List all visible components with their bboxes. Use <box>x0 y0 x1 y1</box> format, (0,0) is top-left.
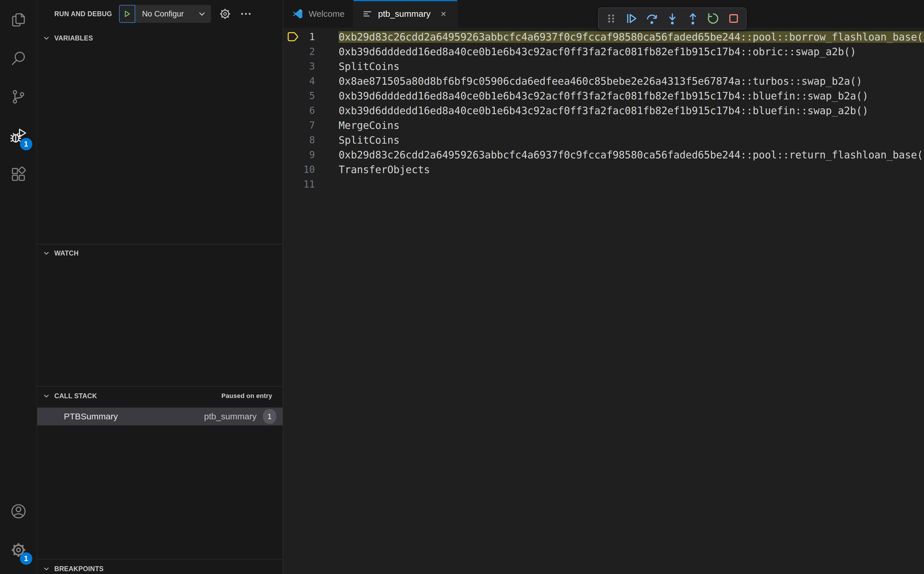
watch-section-header[interactable]: WATCH <box>37 245 283 261</box>
step-over-icon <box>645 12 658 25</box>
run-and-debug-sidebar: RUN AND DEBUG No Configur <box>37 0 283 574</box>
code-text: 0xb39d6dddedd16ed8a40ce0b1e6b43c92acf0ff… <box>338 46 924 58</box>
continue-icon <box>625 12 638 25</box>
step-into-icon <box>666 12 679 25</box>
debug-configuration-dropdown[interactable]: No Configur <box>135 5 211 23</box>
line-number: 7 <box>283 120 315 131</box>
search-icon <box>10 50 27 66</box>
chevron-down-icon <box>198 10 206 17</box>
activity-bar: 1 <box>0 0 37 574</box>
code-line[interactable]: 2 0xb39d6dddedd16ed8a40ce0b1e6b43c92acf0… <box>283 44 924 59</box>
code-text: SplitCoins <box>338 61 924 72</box>
debug-settings-button[interactable] <box>219 7 232 20</box>
current-frame-arrow-icon <box>287 31 300 43</box>
settings-badge: 1 <box>20 552 32 565</box>
line-number: 4 <box>283 76 315 87</box>
variables-section-header[interactable]: VARIABLES <box>37 30 283 46</box>
section-divider <box>37 386 283 387</box>
chevron-down-icon <box>43 35 50 42</box>
chevron-down-icon <box>43 566 50 572</box>
code-text: SplitCoins <box>338 134 924 146</box>
account-icon <box>10 503 27 519</box>
code-text: 0xb39d6dddedd16ed8a40ce0b1e6b43c92acf0ff… <box>338 105 924 117</box>
activity-item-search[interactable] <box>0 39 37 77</box>
activity-item-accounts[interactable] <box>0 492 37 531</box>
tab-label: ptb_summary <box>378 9 431 19</box>
restart-icon <box>707 12 720 25</box>
activity-item-run-and-debug[interactable]: 1 <box>0 116 37 155</box>
stop-button[interactable] <box>726 10 742 27</box>
continue-button[interactable] <box>623 10 640 27</box>
breakpoints-section-header[interactable]: BREAKPOINTS <box>37 561 283 574</box>
stop-icon <box>727 12 740 25</box>
line-number: 3 <box>283 61 315 72</box>
call-stack-frame-badge: 1 <box>263 409 276 424</box>
call-stack-frame-source: ptb_summary <box>204 412 257 421</box>
sidebar-title: RUN AND DEBUG <box>54 10 112 18</box>
code-text: 0xb29d83c26cdd2a64959263abbcfc4a6937f0c9… <box>338 149 924 161</box>
chevron-down-icon <box>43 250 50 257</box>
code-text: TransferObjects <box>338 164 924 175</box>
line-number: 2 <box>283 46 315 57</box>
step-over-button[interactable] <box>644 10 660 27</box>
call-stack-section-label: CALL STACK <box>54 392 97 400</box>
debug-launch-control: No Configur <box>119 5 211 23</box>
editor-group: Welcome ptb_summary <box>283 0 924 574</box>
tab-label: Welcome <box>309 9 345 19</box>
activity-item-settings[interactable]: 1 <box>0 531 37 569</box>
line-number: 8 <box>283 134 315 146</box>
code-line[interactable]: 11 <box>283 177 924 192</box>
gear-icon <box>219 8 231 20</box>
call-stack-section-header[interactable]: CALL STACK Paused on entry <box>37 388 283 404</box>
code-line[interactable]: 10 TransferObjects <box>283 162 924 177</box>
step-into-button[interactable] <box>664 10 680 27</box>
debug-configuration-value: No Configur <box>142 9 184 19</box>
line-number: 10 <box>283 164 315 175</box>
call-stack-frame-row[interactable]: PTBSummary ptb_summary 1 <box>37 407 283 426</box>
line-number: 11 <box>283 179 315 190</box>
code-line[interactable]: 3 SplitCoins <box>283 59 924 74</box>
code-line[interactable]: 4 0x8ae871505a80d8bf6bf9c05906cda6edfeea… <box>283 74 924 88</box>
line-number: 9 <box>283 149 315 161</box>
tab-ptb-summary[interactable]: ptb_summary <box>354 0 458 28</box>
step-out-button[interactable] <box>685 10 701 27</box>
breakpoints-section-label: BREAKPOINTS <box>54 565 104 573</box>
code-editor[interactable]: 1 0xb29d83c26cdd2a64959263abbcfc4a6937f0… <box>283 28 924 192</box>
debug-badge: 1 <box>20 138 32 150</box>
watch-section-label: WATCH <box>54 249 79 257</box>
code-line[interactable]: 8 SplitCoins <box>283 132 924 147</box>
play-icon <box>123 9 131 18</box>
extensions-icon <box>10 166 27 182</box>
activity-item-explorer[interactable] <box>0 0 37 39</box>
grip-dots-icon <box>604 12 618 25</box>
tab-welcome[interactable]: Welcome <box>283 0 354 28</box>
start-debugging-button[interactable] <box>119 5 135 23</box>
activity-item-extensions[interactable] <box>0 155 37 194</box>
code-line[interactable]: 1 0xb29d83c26cdd2a64959263abbcfc4a6937f0… <box>283 30 924 44</box>
section-divider <box>37 244 283 244</box>
call-stack-status: Paused on entry <box>221 392 272 400</box>
ellipsis-icon <box>240 8 252 20</box>
views-more-actions-button[interactable] <box>239 7 252 20</box>
activity-item-source-control[interactable] <box>0 77 37 116</box>
code-text: 0xb29d83c26cdd2a64959263abbcfc4a6937f0c9… <box>338 31 924 43</box>
line-number: 5 <box>283 90 315 101</box>
activity-bar-top: 1 <box>0 0 37 194</box>
source-control-icon <box>10 89 27 105</box>
variables-section-label: VARIABLES <box>54 35 93 42</box>
restart-button[interactable] <box>705 10 721 27</box>
code-line[interactable]: 7 MergeCoins <box>283 118 924 132</box>
debug-toolbar <box>598 8 746 30</box>
code-text: 0xb39d6dddedd16ed8a40ce0b1e6b43c92acf0ff… <box>338 90 924 102</box>
step-out-icon <box>686 12 699 25</box>
code-line[interactable]: 6 0xb39d6dddedd16ed8a40ce0b1e6b43c92acf0… <box>283 103 924 118</box>
close-icon[interactable] <box>439 9 449 19</box>
activity-bar-bottom: 1 <box>0 492 37 574</box>
code-line[interactable]: 9 0xb29d83c26cdd2a64959263abbcfc4a6937f0… <box>283 147 924 162</box>
chevron-down-icon <box>43 393 50 399</box>
call-stack-frame-name: PTBSummary <box>64 412 118 421</box>
sidebar-header: RUN AND DEBUG No Configur <box>37 0 283 28</box>
code-text: MergeCoins <box>338 120 924 131</box>
toolbar-drag-handle[interactable] <box>603 10 619 27</box>
code-line[interactable]: 5 0xb39d6dddedd16ed8a40ce0b1e6b43c92acf0… <box>283 88 924 103</box>
